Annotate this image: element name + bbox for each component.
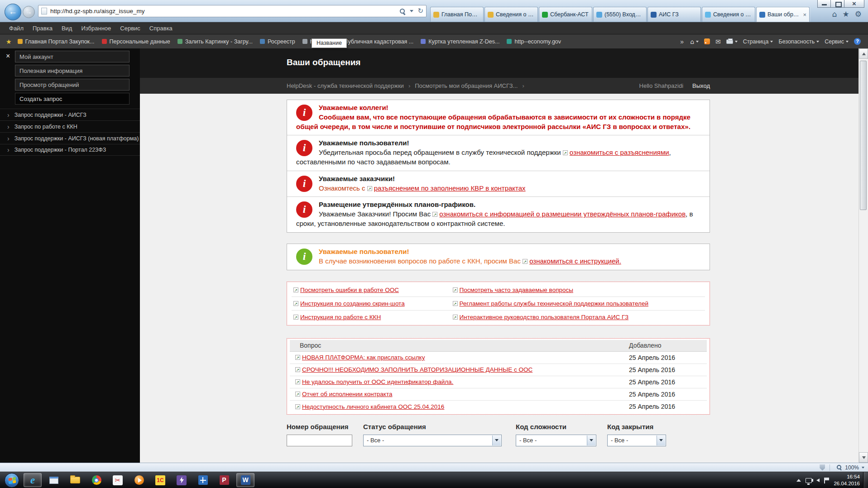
status-select[interactable]: - Все - [363, 435, 502, 446]
taskbar-folder-icon[interactable] [66, 473, 84, 487]
favorites-overflow-chevron[interactable]: » [676, 38, 687, 45]
menu-item-edit[interactable]: Правка [28, 23, 57, 33]
taskbar-chrome-icon[interactable] [87, 473, 106, 487]
sidebar-item-aisgz-new-platform[interactable]: Запрос поддержки - АИСГЗ (новая платформ… [0, 132, 140, 144]
browser-tab-active[interactable]: Ваши обра... [756, 7, 810, 22]
home-command-button[interactable]: ⌂ [687, 37, 701, 46]
question-link[interactable]: Недоступность личного кабинета ООС 25.04… [295, 403, 444, 410]
scrollbar-down-button[interactable] [859, 452, 868, 463]
action-center-flag-icon[interactable] [824, 478, 829, 483]
taskbar-explorer-window-icon[interactable] [45, 473, 63, 487]
mail-button[interactable]: ✉ [713, 37, 724, 46]
favorite-item[interactable]: Главная Портал Закупок... [14, 37, 98, 46]
forward-button[interactable]: → [23, 6, 35, 18]
scrollbar-up-button[interactable] [859, 48, 868, 59]
notice-link[interactable]: ознакомиться с разъяснениями [563, 148, 669, 156]
rss-button[interactable] [701, 37, 713, 46]
favorite-item[interactable]: http--economy.gov [503, 37, 565, 46]
print-button[interactable] [724, 38, 740, 45]
start-button[interactable] [5, 473, 19, 488]
question-link[interactable]: НОВАЯ ПЛАТФОРМА: как прислать ссылку [295, 354, 425, 361]
request-number-input[interactable] [287, 435, 352, 446]
help-button[interactable] [851, 37, 863, 46]
favorite-item[interactable]: Куртка утепленная Z-Des... [417, 37, 503, 46]
scrollbar-thumb[interactable] [860, 61, 867, 210]
taskbar-1c-icon[interactable]: 1С [151, 473, 169, 487]
browser-tab[interactable]: АИС ГЗ [647, 7, 701, 22]
hidden-icons-arrow[interactable] [796, 479, 801, 482]
vertical-scrollbar[interactable] [858, 48, 868, 463]
favorites-button[interactable]: ★ [843, 10, 849, 18]
quick-link[interactable]: Интерактивное руководство пользователя П… [453, 314, 629, 321]
browser-tab[interactable]: Сбербанк-АСТ [539, 7, 592, 22]
sidebar-item-useful-info[interactable]: Полезная информация [15, 65, 129, 77]
quick-link[interactable]: Инструкция по работе с ККН [293, 314, 381, 321]
address-bar[interactable] [50, 8, 399, 14]
menu-item-favorites[interactable]: Избранное [77, 23, 115, 33]
sidebar-item-support-aisgz[interactable]: Запрос поддержки - АИСГЗ [0, 109, 140, 120]
closing-select[interactable]: - Все - [607, 435, 666, 446]
sidebar-close-icon[interactable] [6, 53, 10, 60]
close-window-button[interactable] [844, 0, 864, 8]
select-dropdown-button[interactable] [657, 435, 665, 445]
quick-link[interactable]: Посмотреть часто задаваемые вопросы [453, 287, 573, 293]
breadcrumb-helpdesk[interactable]: HelpDesk - служба технической поддержки [287, 82, 415, 89]
question-link[interactable]: Не удалось получить от ООС идентификатор… [295, 378, 453, 385]
add-favorite-star-icon[interactable]: ★ [4, 38, 14, 45]
menu-item-help[interactable]: Справка [145, 23, 177, 33]
sidebar-item-kkn[interactable]: Запрос по работе с ККН [0, 120, 140, 132]
taskbar-ie-icon[interactable]: e [24, 473, 42, 487]
browser-tab[interactable]: Сведения о гос... [702, 7, 755, 22]
question-link[interactable]: СРОЧНО!!! НЕОБХОДИМО ЗАПОЛНИТЬ АВТОРИЗАЦ… [295, 366, 532, 373]
taskbar-grid-app-icon[interactable] [194, 473, 212, 487]
select-dropdown-button[interactable] [587, 435, 595, 445]
favorite-item[interactable]: Персональные данные [98, 37, 174, 46]
safety-menu-button[interactable]: Безопасность [776, 37, 822, 46]
volume-icon[interactable] [816, 478, 820, 482]
logout-link[interactable]: Выход [692, 82, 710, 89]
page-menu-button[interactable]: Страница [740, 37, 776, 46]
favorite-item[interactable]: Залить Картинку - Загру... [174, 37, 256, 46]
quick-link[interactable]: Посмотреть ошибки в работе ООС [293, 287, 399, 293]
back-button[interactable]: ← [5, 4, 21, 20]
breadcrumb-my-requests[interactable]: Посмотреть мои обращения АИСГЗ... [415, 82, 529, 89]
tools-menu-button[interactable]: Сервис [822, 37, 851, 46]
sidebar-item-view-requests[interactable]: Просмотр обращений [15, 79, 129, 91]
complexity-select[interactable]: - Все - [516, 435, 596, 446]
browser-tab[interactable]: Главная Порта... [430, 7, 484, 22]
tab-favicon [759, 12, 765, 18]
tools-gear-button[interactable]: ⚙ [855, 10, 862, 18]
taskbar-purple-app-icon[interactable] [173, 473, 191, 487]
question-link[interactable]: Отчет об исполнении контракта [295, 391, 392, 397]
restore-button[interactable] [831, 0, 844, 8]
minimize-button[interactable] [817, 0, 831, 8]
show-desktop-button[interactable] [863, 472, 868, 488]
taskbar-clock[interactable]: 16:54 26.04.2016 [834, 474, 860, 487]
quick-link[interactable]: Регламент работы службы технической подд… [453, 300, 649, 307]
taskbar-p-app-icon[interactable]: P [215, 473, 233, 487]
notice-link[interactable]: ознакомиться с информацией о размещении … [432, 210, 686, 218]
menu-item-file[interactable]: Файл [5, 23, 28, 33]
taskbar-snipping-tool-icon[interactable] [109, 473, 127, 487]
tab-close-icon[interactable] [803, 12, 806, 18]
home-button[interactable]: ⌂ [832, 10, 837, 18]
zoom-control[interactable]: 100% [820, 463, 864, 472]
url-dropdown-icon[interactable] [410, 10, 413, 12]
sidebar-item-my-account[interactable]: Мой аккаунт [15, 51, 129, 62]
taskbar-word-icon[interactable]: W [236, 473, 254, 487]
network-icon[interactable] [806, 478, 812, 483]
browser-tab[interactable]: Сведения о зая... [484, 7, 538, 22]
sidebar-item-create-request[interactable]: Создать запрос [15, 93, 129, 105]
quick-link[interactable]: Инструкция по созданию скрин-шота [293, 300, 405, 307]
sidebar-item-portal-223fz[interactable]: Запрос поддержки - Портал 223ФЗ [0, 144, 140, 156]
select-dropdown-button[interactable] [492, 435, 501, 445]
taskbar-media-player-icon[interactable] [130, 473, 148, 487]
menu-item-tools[interactable]: Сервис [115, 23, 145, 33]
browser-tab[interactable]: (5550) Входящи... [593, 7, 647, 22]
refresh-icon[interactable]: ↻ [417, 8, 423, 14]
favorite-item[interactable]: Росреестр [256, 37, 299, 46]
notice-link[interactable]: ознакомиться с инструкцией. [523, 257, 621, 265]
notice-link[interactable]: разъяснением по заполнению КВР в контрак… [367, 184, 526, 192]
search-icon[interactable] [399, 8, 406, 14]
menu-item-view[interactable]: Вид [57, 23, 77, 33]
